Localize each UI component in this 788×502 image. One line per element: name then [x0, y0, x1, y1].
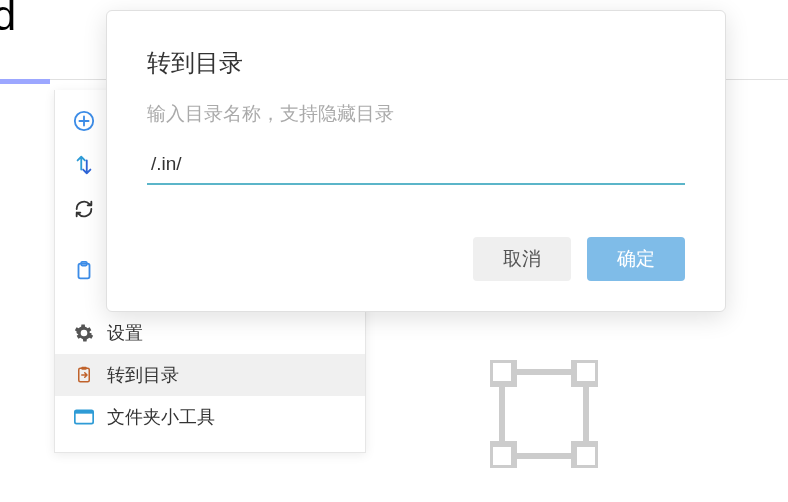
menu-list: 设置 转到目录 文件夹小工具: [55, 312, 365, 438]
app-title-fragment: oud: [0, 0, 15, 40]
svg-rect-11: [574, 444, 598, 468]
menu-item-folder-widget[interactable]: 文件夹小工具: [55, 396, 365, 438]
dialog-actions: 取消 确定: [147, 237, 685, 281]
selection-handles-graphic: [490, 360, 598, 468]
menu-item-label: 设置: [107, 321, 143, 345]
transfer-icon[interactable]: [71, 152, 97, 178]
svg-rect-4: [81, 367, 86, 370]
menu-item-label: 文件夹小工具: [107, 405, 215, 429]
goto-directory-dialog: 转到目录 输入目录名称，支持隐藏目录 取消 确定: [106, 10, 726, 312]
dialog-hint: 输入目录名称，支持隐藏目录: [147, 101, 685, 127]
confirm-button[interactable]: 确定: [587, 237, 685, 281]
left-icon-column: [69, 108, 99, 284]
widget-icon: [73, 406, 95, 428]
menu-item-goto-directory[interactable]: 转到目录: [55, 354, 365, 396]
cancel-button[interactable]: 取消: [473, 237, 571, 281]
clipboard-icon[interactable]: [71, 258, 97, 284]
tab-underline: [0, 79, 50, 84]
svg-rect-9: [574, 360, 598, 384]
gear-icon: [73, 322, 95, 344]
svg-rect-10: [490, 444, 514, 468]
dialog-title: 转到目录: [147, 47, 685, 79]
refresh-icon[interactable]: [71, 196, 97, 222]
svg-rect-8: [490, 360, 514, 384]
svg-rect-6: [75, 410, 93, 413]
menu-item-label: 转到目录: [107, 363, 179, 387]
clipboard-go-icon: [73, 364, 95, 386]
menu-item-settings[interactable]: 设置: [55, 312, 365, 354]
add-circle-icon[interactable]: [71, 108, 97, 134]
directory-path-input[interactable]: [147, 147, 685, 185]
